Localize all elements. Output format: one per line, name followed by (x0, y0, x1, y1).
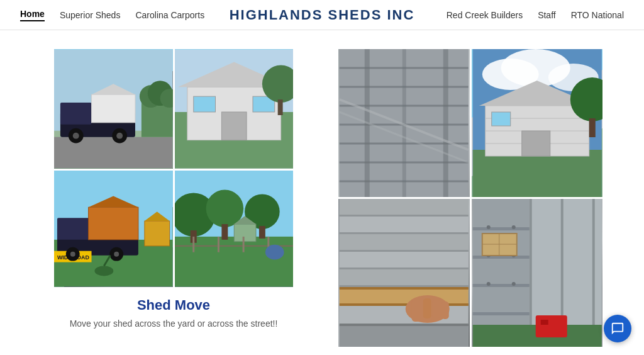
svg-rect-103 (340, 325, 469, 347)
svg-point-37 (114, 252, 119, 257)
shed-move-photo-4 (175, 171, 294, 287)
svg-rect-48 (234, 224, 256, 242)
svg-rect-89 (340, 234, 469, 250)
svg-rect-80 (521, 131, 550, 156)
shed-move-description: Move your shed across the yard or across… (70, 318, 278, 329)
svg-rect-92 (340, 268, 469, 269)
svg-rect-106 (472, 199, 529, 347)
shed-move-photo-grid: WIDE LOAD (54, 49, 293, 287)
shed-repairs-photo-4 (472, 199, 603, 347)
svg-rect-5 (92, 94, 135, 123)
shed-move-photo-3: WIDE LOAD (54, 171, 173, 287)
shed-move-section: WIDE LOAD (38, 49, 309, 355)
svg-rect-23 (277, 99, 282, 115)
svg-rect-41 (175, 237, 294, 286)
chat-icon (611, 322, 625, 335)
svg-rect-125 (535, 315, 567, 337)
svg-point-115 (486, 225, 490, 229)
nav-staff[interactable]: Staff (538, 10, 556, 20)
shed-repairs-section: Shed Repairs (335, 49, 606, 355)
nav-red-creek[interactable]: Red Creek Builders (447, 10, 523, 20)
svg-rect-91 (340, 252, 469, 268)
svg-point-35 (70, 252, 75, 257)
site-title-container: HIGHLANDS SHEDS INC (230, 7, 415, 23)
chat-button[interactable] (604, 315, 631, 342)
svg-rect-99 (412, 300, 421, 322)
svg-rect-108 (472, 227, 529, 230)
svg-rect-112 (529, 199, 531, 347)
svg-rect-126 (540, 320, 548, 325)
shed-repairs-photo-1 (338, 49, 470, 197)
svg-point-116 (511, 225, 515, 229)
svg-rect-19 (221, 112, 247, 140)
svg-rect-97 (340, 303, 469, 306)
svg-rect-95 (340, 287, 469, 306)
svg-point-55 (265, 245, 284, 260)
shed-repairs-photo-grid (338, 49, 602, 347)
nav-left: Home Superior Sheds Carolina Carports (20, 9, 204, 21)
shed-move-title: Shed Move (70, 297, 278, 313)
svg-rect-20 (193, 96, 215, 112)
svg-rect-67 (443, 49, 448, 197)
svg-rect-4 (60, 103, 92, 125)
svg-rect-100 (423, 298, 431, 318)
svg-point-119 (486, 282, 490, 286)
svg-rect-88 (340, 232, 469, 234)
svg-rect-30 (89, 207, 138, 240)
svg-rect-102 (441, 301, 449, 319)
svg-rect-111 (472, 312, 529, 315)
navbar: Home Superior Sheds Carolina Carports HI… (0, 0, 644, 30)
site-title: HIGHLANDS SHEDS INC (230, 7, 415, 23)
shed-repairs-photo-3 (338, 199, 470, 347)
shed-move-photo-2 (175, 49, 294, 169)
main-content: WIDE LOAD (0, 30, 644, 355)
shed-move-photo-1 (54, 49, 173, 169)
svg-rect-83 (589, 118, 595, 137)
svg-rect-74 (472, 150, 601, 197)
svg-rect-47 (258, 226, 265, 239)
svg-rect-110 (472, 284, 529, 287)
svg-rect-81 (491, 112, 510, 126)
nav-superior-sheds[interactable]: Superior Sheds (60, 10, 121, 20)
svg-rect-101 (433, 300, 440, 318)
svg-rect-32 (145, 221, 170, 246)
shed-repairs-photo-2 (472, 49, 603, 197)
svg-rect-90 (340, 250, 469, 252)
svg-point-120 (511, 282, 515, 286)
nav-home[interactable]: Home (20, 9, 45, 21)
svg-rect-114 (592, 199, 594, 347)
svg-point-38 (94, 266, 113, 276)
svg-point-10 (116, 133, 123, 139)
svg-rect-85 (340, 199, 469, 215)
svg-point-8 (73, 133, 79, 139)
svg-rect-96 (340, 287, 469, 290)
shed-move-label: Shed Move Move your shed across the yard… (70, 297, 278, 329)
svg-rect-45 (221, 224, 228, 240)
svg-rect-93 (340, 269, 469, 285)
svg-rect-87 (340, 217, 469, 232)
svg-rect-86 (340, 215, 469, 217)
nav-carolina-carports[interactable]: Carolina Carports (135, 10, 204, 20)
svg-rect-27 (57, 218, 92, 240)
nav-right: Red Creek Builders Staff RTO National (447, 10, 624, 20)
svg-rect-104 (340, 324, 469, 326)
nav-rto-national[interactable]: RTO National (571, 10, 624, 20)
svg-rect-94 (340, 285, 469, 287)
